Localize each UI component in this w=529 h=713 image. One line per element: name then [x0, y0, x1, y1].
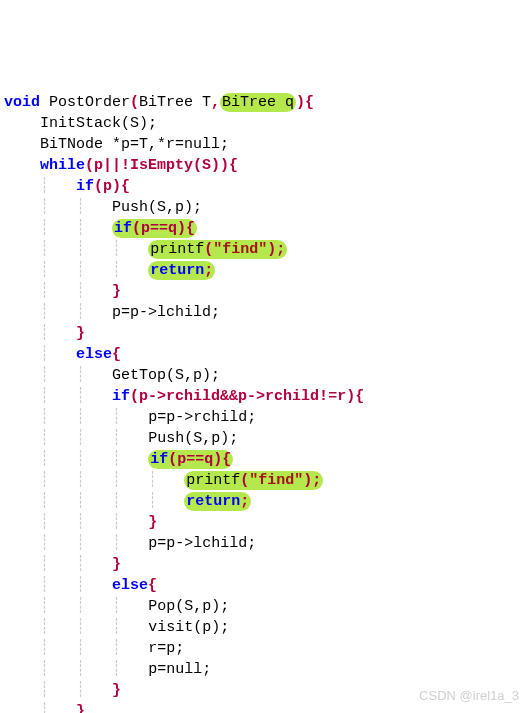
watermark: CSDN @irel1a_3 — [419, 687, 519, 705]
if-p-cond: (p) — [94, 178, 121, 195]
keyword-if: if — [76, 178, 94, 195]
line-initstack: InitStack(S); — [40, 115, 157, 132]
line-push: Push(S,p); — [112, 199, 202, 216]
line-p-rchild: p=p->rchild; — [148, 409, 256, 426]
hl-return-1: return; — [148, 261, 215, 280]
function-name: PostOrder — [49, 94, 130, 111]
line-visit: visit(p); — [148, 619, 229, 636]
keyword-else-1: else — [76, 346, 112, 363]
line-p-lchild-1: p=p->lchild; — [112, 304, 220, 321]
keyword-if-rchild: if — [112, 388, 130, 405]
line-pop: Pop(S,p); — [148, 598, 229, 615]
code-block: void PostOrder(BiTree T,BiTree q){ InitS… — [4, 92, 525, 713]
keyword-else-2: else — [112, 577, 148, 594]
hl-return-2: return; — [184, 492, 251, 511]
hl-printf-1: printf("find"); — [148, 240, 287, 259]
line-r-eq-p: r=p; — [148, 640, 184, 657]
line-gettop: GetTop(S,p); — [112, 367, 220, 384]
line-p-null: p=null; — [148, 661, 211, 678]
while-cond: (p||!IsEmpty(S)) — [85, 157, 229, 174]
param-highlighted: BiTree q — [220, 93, 296, 112]
if-rchild-cond: (p->rchild&&p->rchild!=r) — [130, 388, 355, 405]
hl-printf-2: printf("find"); — [184, 471, 323, 490]
keyword-while: while — [40, 157, 85, 174]
line-push-2: Push(S,p); — [148, 430, 238, 447]
type-bitnode: BiTNode — [40, 136, 103, 153]
hl-if-peq-2: if(p==q){ — [148, 450, 233, 469]
hl-if-peq-1: if(p==q){ — [112, 219, 197, 238]
line-p-lchild-2: p=p->lchild; — [148, 535, 256, 552]
decl-rest: *p=T,*r=null; — [112, 136, 229, 153]
param-plain: BiTree T — [139, 94, 211, 111]
keyword-void: void — [4, 94, 40, 111]
